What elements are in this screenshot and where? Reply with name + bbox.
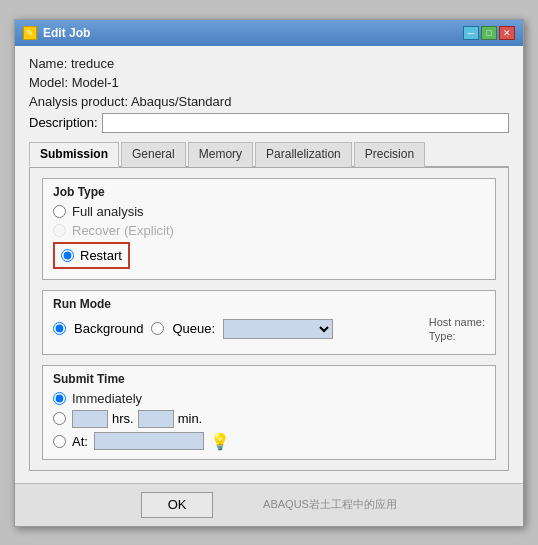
description-input[interactable]	[102, 113, 509, 133]
run-mode-title: Run Mode	[53, 297, 485, 311]
background-label: Background	[74, 321, 143, 336]
model-label: Model:	[29, 75, 68, 90]
full-analysis-row: Full analysis	[53, 204, 485, 219]
maximize-button[interactable]: □	[481, 26, 497, 40]
tab-submission[interactable]: Submission	[29, 142, 119, 167]
immediately-radio[interactable]	[53, 392, 66, 405]
bottom-bar: OK ABAQUS岩土工程中的应用	[15, 483, 523, 526]
tab-general[interactable]: General	[121, 142, 186, 167]
full-analysis-label: Full analysis	[72, 204, 144, 219]
dialog-content: Name: treduce Model: Model-1 Analysis pr…	[15, 46, 523, 483]
queue-label: Queue:	[172, 321, 215, 336]
host-name-label: Host name:	[429, 316, 485, 328]
description-label: Description:	[29, 115, 98, 130]
submission-panel: Job Type Full analysis Recover (Explicit…	[29, 168, 509, 471]
title-bar-buttons: ─ □ ✕	[463, 26, 515, 40]
tab-bar: Submission General Memory Parallelizatio…	[29, 141, 509, 168]
tab-parallelization[interactable]: Parallelization	[255, 142, 352, 167]
tab-precision[interactable]: Precision	[354, 142, 425, 167]
model-row: Model: Model-1	[29, 75, 509, 90]
restart-group: Restart	[53, 242, 130, 269]
queue-radio[interactable]	[151, 322, 164, 335]
lightbulb-icon: 💡	[210, 432, 230, 451]
model-value: Model-1	[72, 75, 119, 90]
wait-radio[interactable]	[53, 412, 66, 425]
ok-button[interactable]: OK	[141, 492, 213, 518]
at-label: At:	[72, 434, 88, 449]
job-type-title: Job Type	[53, 185, 485, 199]
job-type-group: Job Type Full analysis Recover (Explicit…	[42, 178, 496, 280]
immediately-row: Immediately	[53, 391, 485, 406]
at-row: At: 💡	[53, 432, 485, 451]
restart-radio[interactable]	[61, 249, 74, 262]
title-bar-left: ✎ Edit Job	[23, 26, 90, 40]
title-bar: ✎ Edit Job ─ □ ✕	[15, 20, 523, 46]
watermark: ABAQUS岩土工程中的应用	[263, 497, 397, 512]
tab-memory[interactable]: Memory	[188, 142, 253, 167]
immediately-label: Immediately	[72, 391, 142, 406]
wait-row: hrs. min.	[53, 410, 485, 428]
recover-row: Recover (Explicit)	[53, 223, 485, 238]
type-label: Type:	[429, 330, 485, 342]
recover-label: Recover (Explicit)	[72, 223, 174, 238]
recover-radio	[53, 224, 66, 237]
run-mode-group: Run Mode Background Queue: Host name: Ty…	[42, 290, 496, 355]
edit-job-window: ✎ Edit Job ─ □ ✕ Name: treduce Model: Mo…	[14, 19, 524, 527]
window-title: Edit Job	[43, 26, 90, 40]
full-analysis-radio[interactable]	[53, 205, 66, 218]
name-row: Name: treduce	[29, 56, 509, 71]
at-radio[interactable]	[53, 435, 66, 448]
queue-select[interactable]	[223, 319, 333, 339]
restart-highlight: Restart	[53, 242, 485, 271]
run-mode-right: Host name: Type:	[429, 316, 485, 342]
submit-time-group: Submit Time Immediately hrs. min.	[42, 365, 496, 460]
submit-time-title: Submit Time	[53, 372, 485, 386]
window-icon: ✎	[23, 26, 37, 40]
name-label: Name:	[29, 56, 67, 71]
run-mode-row: Background Queue: Host name: Type:	[53, 316, 485, 342]
analysis-label: Analysis product:	[29, 94, 128, 109]
restart-label: Restart	[80, 248, 122, 263]
background-radio[interactable]	[53, 322, 66, 335]
analysis-value: Abaqus/Standard	[131, 94, 231, 109]
min-input[interactable]	[138, 410, 174, 428]
analysis-row: Analysis product: Abaqus/Standard	[29, 94, 509, 109]
name-value: treduce	[71, 56, 114, 71]
min-label: min.	[178, 411, 203, 426]
wait-inputs: hrs. min.	[72, 410, 202, 428]
hrs-input[interactable]	[72, 410, 108, 428]
description-row: Description:	[29, 113, 509, 133]
minimize-button[interactable]: ─	[463, 26, 479, 40]
close-button[interactable]: ✕	[499, 26, 515, 40]
hrs-label: hrs.	[112, 411, 134, 426]
at-input[interactable]	[94, 432, 204, 450]
